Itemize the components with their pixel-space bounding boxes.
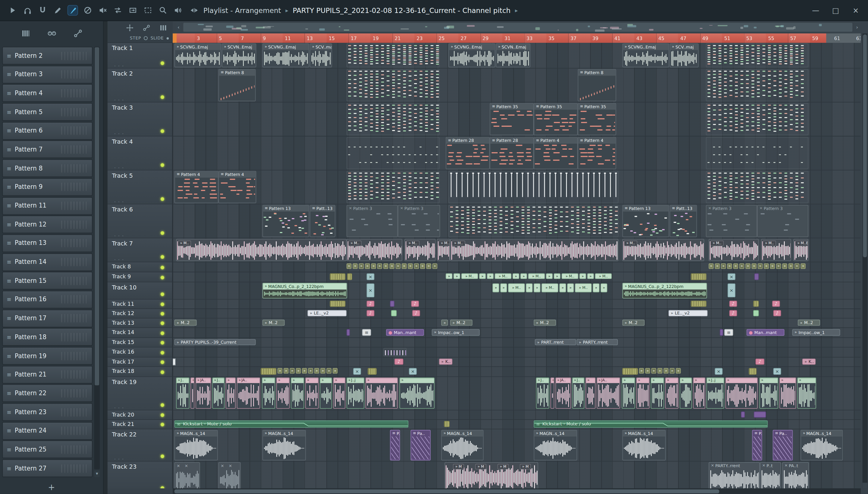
clip-notechip[interactable]: ♪ bbox=[772, 301, 780, 307]
arrow-chip[interactable]: » bbox=[371, 263, 376, 269]
track-header[interactable]: Track 6. . . bbox=[108, 204, 173, 238]
clip-pattern-3[interactable]: ×Pattern 3 bbox=[757, 205, 808, 237]
scrollbar-thumb[interactable] bbox=[95, 47, 99, 385]
clip-scvng-emaj[interactable]: »SCVNG..Emaj bbox=[622, 43, 669, 67]
track-lane[interactable]: ♪♪♪♪ bbox=[173, 299, 861, 308]
clip-chip[interactable] bbox=[347, 329, 350, 336]
automation-nodes-view-icon[interactable] bbox=[73, 28, 82, 38]
clip-m-2[interactable]: »M..2 bbox=[622, 320, 645, 326]
clip-dense23[interactable]: »M»M»M»M bbox=[445, 462, 538, 488]
close-button[interactable]: × bbox=[851, 6, 861, 15]
clip-cols[interactable] bbox=[347, 43, 440, 67]
pattern-item[interactable]: ≡Pattern 24 bbox=[2, 422, 92, 440]
arrow-chip[interactable]: » bbox=[708, 263, 714, 269]
arrow-chip[interactable]: » bbox=[739, 263, 744, 269]
clip-cols[interactable] bbox=[706, 171, 808, 203]
delete-slash-icon[interactable] bbox=[83, 5, 92, 15]
slip-swap-icon[interactable] bbox=[113, 5, 122, 15]
clip-m-2[interactable]: »M..2 bbox=[798, 320, 820, 326]
playlist-mode-icon[interactable] bbox=[189, 5, 199, 15]
track-header[interactable]: Track 12 bbox=[108, 309, 173, 318]
arrow-chip[interactable]: » bbox=[745, 263, 751, 269]
arrow-chip[interactable]: » bbox=[789, 263, 794, 269]
slide-tool-icon[interactable] bbox=[142, 23, 152, 33]
clip-man-mant[interactable]: ●Man..mant bbox=[746, 329, 784, 336]
track-mute-led[interactable] bbox=[160, 312, 164, 316]
track-header[interactable]: Track 14 bbox=[108, 328, 173, 337]
track-header[interactable]: Track 8 bbox=[108, 262, 173, 272]
clip-waveclip[interactable]: » bbox=[190, 377, 195, 409]
clip-waveclip[interactable]: » bbox=[291, 377, 304, 409]
clip-m-2[interactable]: »M..2 bbox=[174, 320, 197, 326]
clip-m-[interactable]: »M.. bbox=[761, 239, 791, 261]
clip-chip[interactable] bbox=[330, 273, 345, 280]
clip-party-rrent[interactable]: »PARTY..rrent bbox=[576, 339, 618, 345]
clip-pattern-4[interactable]: ≡Pattern 4 bbox=[534, 137, 578, 169]
clip-m-[interactable]: »M.. bbox=[622, 239, 704, 261]
track-lane[interactable]: ≡Pattern 4≡Pattern 4 bbox=[173, 170, 861, 204]
clip-chip[interactable] bbox=[691, 273, 706, 280]
clip-chip[interactable] bbox=[368, 368, 377, 375]
clip-j-[interactable]: »J.. bbox=[212, 377, 224, 409]
clip-pattern-13[interactable]: ≡Pattern 13 bbox=[622, 205, 669, 237]
move-tool-icon[interactable] bbox=[125, 23, 135, 33]
clip-party-rrent[interactable]: ×PARTY..rrent bbox=[708, 462, 760, 488]
arrow-chip[interactable]: » bbox=[347, 263, 352, 269]
pattern-item[interactable]: ≡Pattern 5 bbox=[2, 103, 92, 121]
clip-iconchip[interactable]: ≡ bbox=[362, 329, 371, 336]
scroll-left-button[interactable]: ‹ bbox=[176, 22, 181, 32]
clip-magn-s-14[interactable]: »MAGN..s_14 bbox=[174, 430, 218, 460]
track-lane[interactable]: ≡●Man..mant»Impac..ow_1≡●Man..mant»Impac… bbox=[173, 328, 861, 337]
breadcrumb-section[interactable]: Playlist - Arrangement bbox=[203, 6, 281, 15]
track-lane[interactable]: ♪»K..♪»K.. bbox=[173, 358, 861, 366]
pattern-steps-view-icon[interactable] bbox=[20, 28, 30, 38]
track-lane[interactable]: ××××»M»M»M»M×PARTY..rrent×P..t×PA..t bbox=[173, 461, 861, 488]
clip-m-[interactable]: »M.. bbox=[708, 239, 759, 261]
arrow-chip[interactable]: » bbox=[365, 263, 370, 269]
track-mute-led[interactable] bbox=[160, 454, 164, 458]
pattern-item[interactable]: ≡Pattern 22 bbox=[2, 384, 92, 402]
arrow-chip[interactable]: » bbox=[770, 263, 775, 269]
clip-chip[interactable] bbox=[347, 273, 352, 280]
clip-magn-s-14[interactable]: »MAGN..s_14 bbox=[800, 430, 843, 460]
green-chip[interactable]: » M.. bbox=[541, 283, 558, 292]
arrow-chip[interactable]: » bbox=[657, 368, 662, 374]
timeline-ruler[interactable]: 3579111315171921232527293133353739414345… bbox=[173, 34, 861, 43]
step-toggle[interactable] bbox=[144, 36, 148, 40]
arrow-chip[interactable]: » bbox=[664, 368, 669, 374]
draw-pencil-icon[interactable] bbox=[53, 5, 62, 15]
track-mute-led[interactable] bbox=[160, 413, 164, 417]
arrow-chip[interactable]: » bbox=[715, 263, 720, 269]
clip-pa-[interactable]: ≡Pa.. bbox=[410, 430, 431, 460]
arrow-chip[interactable]: » bbox=[670, 368, 675, 374]
clip-xchip[interactable]: × bbox=[367, 273, 374, 280]
maximize-button[interactable]: □ bbox=[831, 6, 840, 15]
track-mute-led[interactable] bbox=[160, 265, 164, 269]
arrow-chip[interactable]: » bbox=[290, 368, 295, 374]
clip-impac-ow-1[interactable]: »Impac..ow_1 bbox=[792, 329, 840, 336]
arrow-chip[interactable]: » bbox=[414, 263, 419, 269]
arrow-chip[interactable]: » bbox=[314, 368, 319, 374]
clip-waveclip[interactable]: » bbox=[399, 377, 434, 409]
track-lane[interactable]: »LE.._v2♪♪»LE.._v2♪♪ bbox=[173, 309, 861, 318]
clip-party-pupils-39-current[interactable]: »PARTY PUPILS..-39_Current bbox=[174, 339, 256, 345]
clip-magnus-co-p-2-122bpm[interactable]: »MAGNUS_Co..p_2_122bpm bbox=[622, 283, 707, 299]
clip-cols[interactable] bbox=[706, 69, 808, 101]
clip-pattern-4[interactable]: ≡Pattern 4 bbox=[219, 171, 257, 203]
clip-xchip[interactable]: × bbox=[727, 273, 735, 280]
clip-chip[interactable] bbox=[691, 301, 706, 307]
clip-pattern-4[interactable]: ≡Pattern 4 bbox=[174, 171, 219, 203]
pattern-item[interactable]: ≡Pattern 4 bbox=[2, 84, 92, 102]
arrow-chip[interactable]: » bbox=[395, 263, 401, 269]
clip-j-[interactable]: »J.. bbox=[176, 377, 189, 409]
arrow-chip[interactable]: » bbox=[426, 263, 431, 269]
track-header[interactable]: Track 9 bbox=[108, 272, 173, 282]
clip-scv-maj[interactable]: »SCV..maj bbox=[310, 43, 332, 67]
arrow-chip[interactable]: » bbox=[639, 368, 644, 374]
clip-scvn-emaj[interactable]: »SCVN..Emaj bbox=[496, 43, 531, 67]
clip-ja-[interactable]: »JA.. bbox=[555, 377, 571, 409]
arrow-chip[interactable]: » bbox=[764, 263, 769, 269]
clip-chip[interactable] bbox=[753, 310, 759, 316]
green-chip[interactable]: » M.. bbox=[595, 273, 611, 279]
arrow-chip[interactable]: » bbox=[782, 263, 787, 269]
